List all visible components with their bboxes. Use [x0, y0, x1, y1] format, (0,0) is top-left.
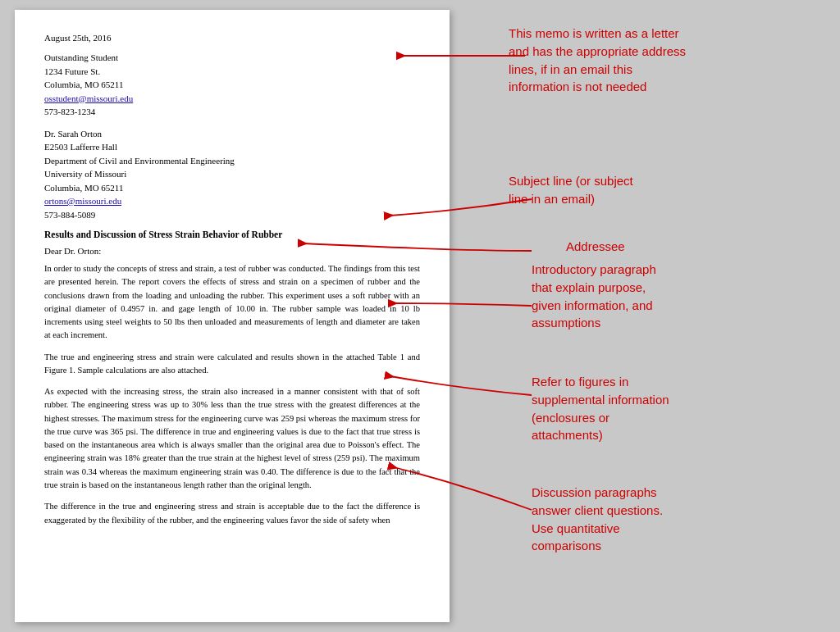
recipient-room: E2503 Lafferre Hall [44, 140, 420, 154]
paragraph-figures-ref: The true and engineering stress and stra… [44, 351, 420, 378]
paragraph-discussion: As expected with the increasing stress, … [44, 385, 420, 492]
annotation-letter-format: This memo is written as a letterand has … [509, 25, 686, 96]
paragraph-intro: In order to study the concepts of stress… [44, 262, 420, 343]
annotation-refer-figures: Refer to figures insupplemental informat… [532, 373, 669, 444]
annotation-intro-paragraph: Introductory paragraphthat explain purpo… [532, 261, 656, 332]
sender-name: Outstanding Student [44, 51, 420, 65]
recipient-email[interactable]: ortons@missouri.edu [44, 196, 121, 206]
paragraph-conclusion: The difference in the true and engineeri… [44, 500, 420, 527]
recipient-university: University of Missouri [44, 167, 420, 181]
recipient-city: Columbia, MO 65211 [44, 181, 420, 195]
annotation-addressee: Addressee [566, 238, 625, 256]
sender-block: Outstanding Student 1234 Future St. Colu… [44, 51, 420, 119]
page-container: August 25th, 2016 Outstanding Student 12… [0, 0, 840, 632]
sender-phone: 573-823-1234 [44, 105, 420, 119]
recipient-block: Dr. Sarah Orton E2503 Lafferre Hall Depa… [44, 127, 420, 222]
sender-address1: 1234 Future St. [44, 65, 420, 79]
recipient-name: Dr. Sarah Orton [44, 127, 420, 141]
annotation-discussion: Discussion paragraphsanswer client quest… [532, 484, 663, 555]
recipient-phone: 573-884-5089 [44, 208, 420, 222]
document-panel: August 25th, 2016 Outstanding Student 12… [15, 10, 450, 622]
document-salutation: Dear Dr. Orton: [44, 246, 420, 256]
recipient-dept: Department of Civil and Environmental En… [44, 154, 420, 168]
annotations-panel: This memo is written as a letterand has … [443, 0, 840, 632]
sender-email[interactable]: osstudent@missouri.edu [44, 93, 133, 103]
document-date: August 25th, 2016 [44, 33, 420, 43]
annotation-subject-line: Subject line (or subjectline in an email… [509, 172, 633, 208]
sender-address2: Columbia, MO 65211 [44, 78, 420, 92]
document-subject: Results and Discussion of Stress Strain … [44, 230, 420, 239]
